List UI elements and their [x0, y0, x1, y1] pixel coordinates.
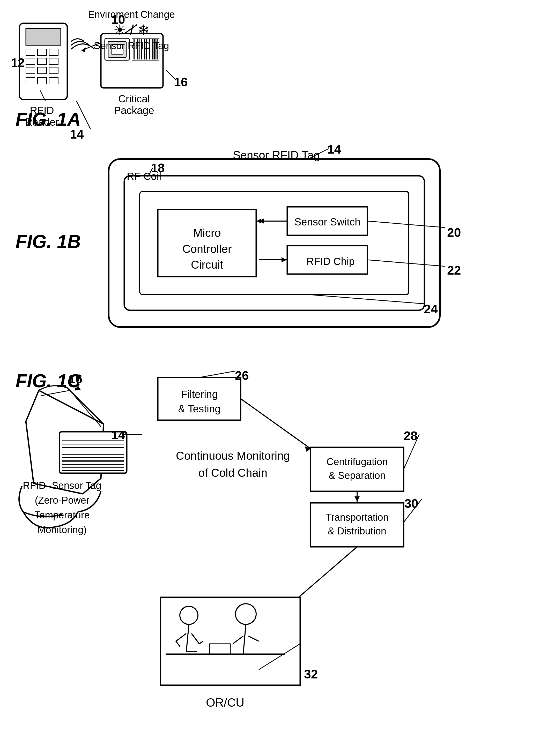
- svg-marker-52: [282, 257, 287, 262]
- svg-rect-5: [37, 49, 47, 56]
- svg-rect-6: [49, 49, 58, 56]
- svg-rect-3: [26, 28, 61, 45]
- label-22: 22: [447, 263, 461, 277]
- svg-line-75: [199, 371, 235, 377]
- label-28: 28: [404, 429, 417, 443]
- sensor-switch-text: Sensor Switch: [293, 215, 362, 229]
- svg-rect-7: [26, 58, 35, 65]
- centrifugation-text: Centrifugation & Separation: [315, 455, 400, 482]
- filtering-testing-text: Filtering & Testing: [165, 387, 234, 416]
- svg-line-91: [259, 644, 300, 670]
- svg-line-55: [311, 295, 424, 304]
- label-12: 12: [11, 56, 25, 70]
- svg-rect-2: [19, 23, 67, 100]
- svg-rect-10: [26, 67, 35, 74]
- label-20: 20: [447, 225, 461, 240]
- svg-marker-50: [257, 218, 261, 224]
- fig1b-label: FIG. 1B: [16, 231, 81, 252]
- label-16-fig1c: 16: [69, 372, 82, 386]
- rfid-sensor-tag-label: RFID -Sensor Tag (Zero-Power Temperature…: [19, 478, 105, 537]
- label-26: 26: [235, 368, 249, 383]
- svg-rect-14: [37, 78, 47, 84]
- svg-marker-77: [305, 446, 311, 452]
- svg-rect-90: [209, 644, 230, 654]
- svg-line-54: [368, 260, 445, 266]
- svg-line-76: [240, 399, 311, 449]
- orcu-label: OR/CU: [189, 695, 261, 709]
- label-16-fig1a: 16: [174, 75, 187, 89]
- label-18: 18: [151, 161, 164, 175]
- svg-line-84: [272, 547, 357, 621]
- svg-rect-86: [160, 597, 300, 685]
- svg-marker-40: [81, 47, 86, 52]
- svg-rect-9: [49, 58, 58, 65]
- label-24: 24: [424, 302, 438, 316]
- label-32: 32: [304, 667, 318, 681]
- svg-marker-85: [272, 615, 279, 621]
- continuous-monitoring-text: Continuous Monitoring of Cold Chain: [171, 447, 295, 481]
- page: FIG. 1A 10 12 RFID Reader 14 Critical Pa…: [0, 0, 547, 756]
- label-30: 30: [405, 496, 418, 511]
- svg-rect-4: [26, 49, 35, 56]
- svg-rect-11: [37, 67, 47, 74]
- svg-marker-48: [259, 218, 264, 224]
- svg-line-53: [368, 221, 445, 228]
- svg-rect-41: [109, 159, 440, 327]
- label-14-fig1a: 14: [70, 127, 84, 141]
- svg-point-89: [235, 604, 256, 624]
- env-change-label: Enviroment Change ☀ / ❄ Sensor RFID Tag: [88, 8, 175, 52]
- svg-rect-13: [26, 78, 35, 84]
- svg-rect-15: [49, 78, 58, 84]
- sensor-rfid-tag-1b: Sensor RFID Tag: [233, 149, 320, 162]
- rfid-reader-label: RFID Reader: [13, 105, 70, 128]
- label-14-fig1b: 14: [327, 142, 341, 156]
- transportation-text: Transportation & Distribution: [313, 511, 401, 538]
- micro-controller-text: Micro Controller Circuit: [167, 225, 247, 273]
- svg-line-16: [40, 90, 45, 101]
- rfid-chip-text: RFID Chip: [296, 255, 365, 268]
- label-14-fig1c: 14: [111, 428, 125, 442]
- critical-package-label: Critical Package: [103, 93, 165, 116]
- svg-point-87: [180, 606, 198, 624]
- svg-rect-12: [49, 67, 58, 74]
- svg-marker-81: [355, 496, 360, 502]
- svg-rect-8: [37, 58, 47, 65]
